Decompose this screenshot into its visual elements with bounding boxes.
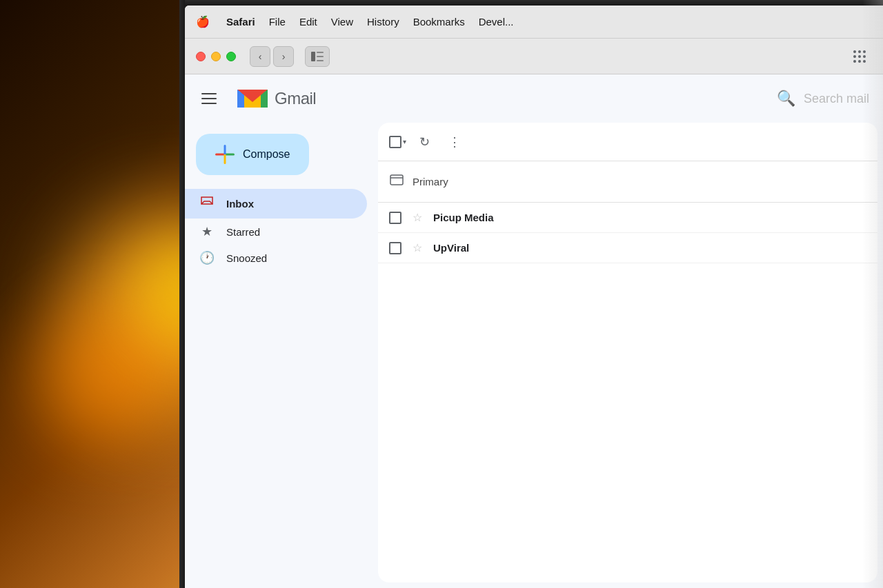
gmail-m-logo xyxy=(235,81,270,116)
compose-plus-icon xyxy=(215,145,235,164)
starred-label: Starred xyxy=(226,226,260,238)
search-icon[interactable]: 🔍 xyxy=(777,90,795,108)
sidebar-item-inbox[interactable]: Inbox xyxy=(185,189,367,219)
refresh-icon: ↻ xyxy=(419,134,430,150)
view-menu[interactable]: View xyxy=(331,16,353,28)
gmail-sidebar: Compose Inbox ★ S xyxy=(185,123,378,588)
select-all-wrapper: ▾ xyxy=(389,136,406,148)
hamburger-line-2 xyxy=(201,98,217,99)
gmail-content: Gmail 🔍 Search mail Co xyxy=(185,74,883,588)
inbox-icon xyxy=(199,194,215,213)
nav-buttons: ‹ › xyxy=(250,46,294,67)
primary-tab-icon xyxy=(389,172,404,191)
email-row-2[interactable]: ☆ UpViral xyxy=(378,233,877,263)
search-area: 🔍 Search mail xyxy=(777,90,869,108)
hamburger-line-1 xyxy=(201,93,217,94)
svg-rect-2 xyxy=(317,56,324,57)
email-row-1[interactable]: ☆ Picup Media xyxy=(378,203,877,233)
snoozed-icon: 🕐 xyxy=(199,250,215,265)
starred-icon: ★ xyxy=(199,224,215,239)
bookmarks-menu[interactable]: Bookmarks xyxy=(413,16,465,28)
search-placeholder-text: Search mail xyxy=(804,92,869,106)
email-toolbar: ▾ ↻ ⋮ xyxy=(378,123,877,161)
grid-icon xyxy=(853,50,866,63)
email-main-content: ▾ ↻ ⋮ xyxy=(378,123,877,582)
hamburger-menu[interactable] xyxy=(199,86,224,111)
email-star-1[interactable]: ☆ xyxy=(413,211,422,224)
email-star-2[interactable]: ☆ xyxy=(413,241,422,254)
email-sender-2: UpViral xyxy=(433,242,557,254)
gmail-text: Gmail xyxy=(275,89,316,108)
grid-button[interactable] xyxy=(847,46,872,67)
email-checkbox-2[interactable] xyxy=(389,242,401,254)
gmail-logo: Gmail xyxy=(235,81,316,116)
more-icon: ⋮ xyxy=(448,134,461,150)
back-button[interactable]: ‹ xyxy=(250,46,270,67)
history-menu[interactable]: History xyxy=(367,16,399,28)
gmail-body: Compose Inbox ★ S xyxy=(185,123,883,588)
laptop-bezel-left xyxy=(179,0,185,588)
minimize-button[interactable] xyxy=(211,52,221,61)
primary-tab-label: Primary xyxy=(413,176,448,187)
back-icon: ‹ xyxy=(259,51,262,62)
email-sender-1: Picup Media xyxy=(433,212,557,223)
email-list: Primary ☆ Picup Media ☆ UpViral xyxy=(378,161,877,263)
refresh-button[interactable]: ↻ xyxy=(412,130,437,154)
sidebar-toggle-icon xyxy=(311,52,324,61)
svg-rect-3 xyxy=(317,60,324,61)
forward-button[interactable]: › xyxy=(273,46,294,67)
svg-rect-1 xyxy=(317,52,324,53)
close-button[interactable] xyxy=(196,52,206,61)
file-menu[interactable]: File xyxy=(269,16,286,28)
traffic-lights xyxy=(196,52,236,61)
apple-menu[interactable]: 🍎 xyxy=(196,15,210,28)
primary-tab[interactable]: Primary xyxy=(378,161,877,203)
safari-menu[interactable]: Safari xyxy=(226,16,255,28)
laptop-bezel-top xyxy=(179,0,883,6)
select-chevron-icon[interactable]: ▾ xyxy=(403,138,406,145)
sidebar-item-snoozed[interactable]: 🕐 Snoozed xyxy=(185,245,367,271)
email-checkbox-1[interactable] xyxy=(389,212,401,224)
compose-button[interactable]: Compose xyxy=(196,134,309,175)
svg-rect-0 xyxy=(311,52,315,61)
forward-icon: › xyxy=(282,51,286,62)
select-all-checkbox[interactable] xyxy=(389,136,401,148)
laptop-frame: 🍎 Safari File Edit View History Bookmark… xyxy=(179,0,883,588)
sidebar-item-starred[interactable]: ★ Starred xyxy=(185,219,367,245)
inbox-label: Inbox xyxy=(226,198,254,210)
svg-rect-6 xyxy=(390,175,403,185)
gmail-header: Gmail 🔍 Search mail xyxy=(185,74,883,123)
compose-label: Compose xyxy=(243,148,290,161)
edit-menu[interactable]: Edit xyxy=(299,16,317,28)
hamburger-line-3 xyxy=(201,103,217,104)
bokeh-light-2 xyxy=(34,310,172,448)
screen: 🍎 Safari File Edit View History Bookmark… xyxy=(185,6,883,588)
browser-chrome: ‹ › xyxy=(185,39,883,74)
more-options-button[interactable]: ⋮ xyxy=(442,130,467,154)
mac-menubar: 🍎 Safari File Edit View History Bookmark… xyxy=(185,6,883,39)
snoozed-label: Snoozed xyxy=(226,252,267,264)
maximize-button[interactable] xyxy=(226,52,236,61)
sidebar-toggle-button[interactable] xyxy=(305,46,330,67)
develop-menu[interactable]: Devel... xyxy=(479,16,514,28)
